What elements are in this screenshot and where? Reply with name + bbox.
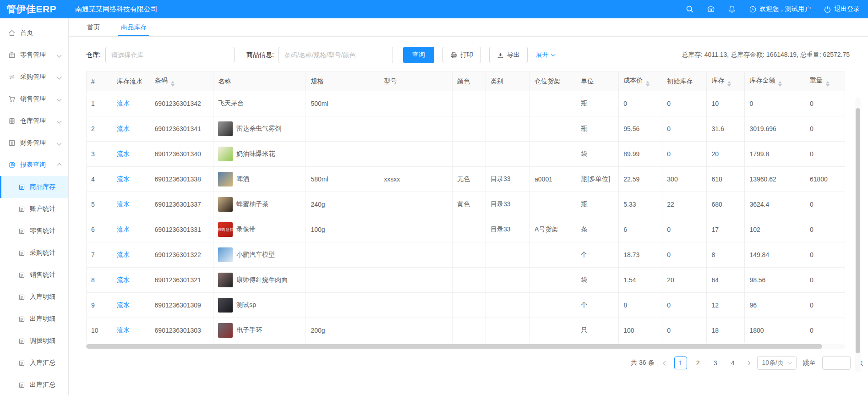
sidebar-item-销售管理[interactable]: 销售管理: [0, 88, 68, 110]
sidebar-item-财务管理[interactable]: 财务管理: [0, 132, 68, 154]
sidebar-subitem-采购统计[interactable]: 采购统计: [0, 242, 68, 264]
product-thumbnail: 扫码 进群: [218, 222, 233, 237]
tab-商品库存[interactable]: 商品库存: [121, 18, 147, 36]
pie-chart-icon: [8, 161, 16, 169]
flow-link[interactable]: 流水: [117, 125, 130, 132]
cell-index: 6: [87, 217, 112, 242]
sidebar-subitem-label: 出库明细: [30, 315, 55, 323]
cell-shelf: [530, 116, 576, 142]
chevron-icon: [57, 163, 62, 167]
column-header-初始库存: 初始库存: [662, 72, 707, 91]
column-header-条码[interactable]: 条码: [150, 72, 213, 91]
cell-spec: [306, 293, 379, 318]
sidebar-item-零售管理[interactable]: 零售管理: [0, 44, 68, 66]
flow-link[interactable]: 流水: [117, 225, 130, 233]
flow-link[interactable]: 流水: [117, 276, 130, 283]
flow-link[interactable]: 流水: [117, 99, 130, 107]
clock-icon: [749, 5, 757, 13]
cell-index: 8: [87, 268, 112, 293]
flow-link[interactable]: 流水: [117, 175, 130, 182]
cell-shelf: a0001: [530, 167, 576, 192]
vertical-scrollbar[interactable]: [855, 97, 861, 372]
query-button[interactable]: 查询: [403, 47, 434, 63]
cell-name: 录像带: [236, 225, 256, 234]
cell-stock: 12: [707, 293, 745, 318]
flow-link[interactable]: 流水: [117, 326, 130, 334]
sidebar-subitem-调拨明细[interactable]: 调拨明细: [0, 330, 68, 352]
product-info-input[interactable]: [278, 47, 393, 63]
horizontal-scrollbar-thumb[interactable]: [86, 344, 822, 349]
flow-link[interactable]: 流水: [117, 251, 130, 258]
sidebar-subitem-出库明细[interactable]: 出库明细: [0, 308, 68, 330]
vertical-scrollbar-thumb[interactable]: [856, 108, 860, 353]
bank-icon[interactable]: [707, 5, 715, 13]
jump-page-input[interactable]: [822, 356, 851, 370]
sidebar-subitem-入库明细[interactable]: 入库明细: [0, 286, 68, 308]
warehouse-select-input[interactable]: [105, 47, 235, 63]
cell-color: [453, 142, 486, 167]
report-list-icon: [18, 382, 25, 389]
page-number-button-4[interactable]: 4: [726, 357, 739, 369]
cell-initial-stock: 0: [662, 91, 707, 116]
welcome-user[interactable]: 欢迎您，测试用户: [749, 5, 811, 13]
cell-stock: 17: [707, 217, 745, 242]
cell-barcode: 6901236301322: [150, 242, 213, 268]
cell-initial-stock: 0: [662, 142, 707, 167]
prev-page-button[interactable]: [663, 362, 668, 365]
cell-shelf: [530, 242, 576, 268]
cell-unit: 瓶: [576, 116, 619, 142]
column-header-重量[interactable]: 重量: [805, 72, 845, 91]
logout-button[interactable]: 退出登录: [824, 5, 860, 13]
flow-link[interactable]: 流水: [117, 301, 130, 308]
logout-label: 退出登录: [834, 5, 860, 13]
cell-weight: 0: [805, 293, 845, 318]
print-button[interactable]: 打印: [442, 47, 481, 63]
column-header-成本价[interactable]: 成本价: [619, 72, 662, 91]
cell-color: [453, 116, 486, 142]
cell-shelf: [530, 268, 576, 293]
sidebar-subitem-出库汇总[interactable]: 出库汇总: [0, 374, 68, 395]
export-button[interactable]: 导出: [489, 47, 528, 63]
sidebar-item-报表查询[interactable]: 报表查询: [0, 154, 68, 176]
product-thumbnail: [218, 147, 233, 161]
cell-spec: 500ml: [306, 91, 379, 116]
tab-bar: 首页商品库存: [69, 18, 868, 37]
tab-首页[interactable]: 首页: [87, 18, 100, 36]
horizontal-scrollbar[interactable]: [86, 344, 845, 349]
sidebar-subitem-入库汇总[interactable]: 入库汇总: [0, 352, 68, 374]
flow-link[interactable]: 流水: [117, 200, 130, 208]
column-header-颜色: 颜色: [453, 72, 486, 91]
sidebar-subitem-销售统计[interactable]: 销售统计: [0, 264, 68, 286]
page-number-button-1[interactable]: 1: [674, 357, 687, 369]
sidebar-item-首页[interactable]: 首页: [0, 22, 68, 44]
table-row: 9 流水 6901236301309 测试sp 个 8: [87, 293, 845, 318]
column-header-单位: 单位: [576, 72, 619, 91]
page-number-button-3[interactable]: 3: [709, 357, 722, 369]
sidebar-subitem-商品库存[interactable]: 商品库存: [0, 176, 68, 198]
column-header-库存金额[interactable]: 库存金额: [745, 72, 805, 91]
cell-color: [453, 293, 486, 318]
sidebar-subitem-账户统计[interactable]: 账户统计: [0, 198, 68, 220]
cell-cost: 95.56: [619, 116, 662, 142]
cell-stock: 680: [707, 192, 745, 217]
report-list-icon: [18, 316, 25, 323]
sidebar-nav: 首页 零售管理 采购管理 销售管理 仓库管理 财务管理: [0, 18, 69, 395]
flow-link[interactable]: 流水: [117, 150, 130, 157]
report-list-icon: [18, 206, 25, 213]
chevron-icon: [57, 141, 62, 145]
sidebar-subitem-零售统计[interactable]: 零售统计: [0, 220, 68, 242]
bell-icon[interactable]: [728, 5, 736, 13]
cell-name: 奶油味爆米花: [236, 150, 275, 158]
cell-weight: 0: [805, 217, 845, 242]
next-page-button[interactable]: [746, 362, 751, 365]
page-number-button-2[interactable]: 2: [692, 357, 704, 369]
expand-link[interactable]: 展开: [536, 51, 555, 59]
cell-name: 雷达杀虫气雾剂: [236, 125, 281, 133]
page-size-select[interactable]: 10条/页: [757, 356, 797, 370]
search-icon[interactable]: [686, 5, 694, 13]
cell-index: 4: [87, 167, 112, 192]
cell-name: 小鹏汽车模型: [236, 251, 275, 259]
sidebar-item-采购管理[interactable]: 采购管理: [0, 66, 68, 88]
column-header-库存[interactable]: 库存: [707, 72, 745, 91]
sidebar-item-仓库管理[interactable]: 仓库管理: [0, 110, 68, 132]
